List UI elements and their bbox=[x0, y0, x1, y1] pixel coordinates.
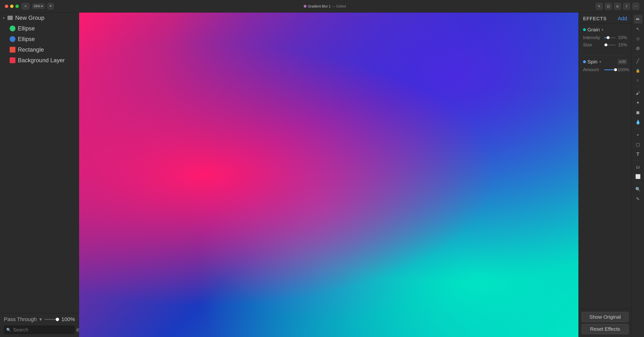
grain-status-icon bbox=[583, 28, 586, 31]
effects-add-button[interactable]: Add bbox=[618, 16, 627, 22]
grain-chevron-icon: ▾ bbox=[602, 28, 603, 32]
document-subtitle: — Edited bbox=[332, 4, 346, 8]
spin-edit-tag[interactable]: edit bbox=[618, 59, 627, 64]
amount-value: 100% bbox=[618, 67, 627, 72]
square-tool-button[interactable]: ▢ bbox=[634, 140, 642, 149]
size-label: Size bbox=[583, 42, 602, 48]
search-icon: 🔍 bbox=[6, 327, 11, 332]
gradient-icon bbox=[304, 5, 306, 8]
tool-sidebar: ✏ ↖ ◇ ⊘ ╱ 🔒 ○ 🖌 ✦ ◼ 💧 ▪ ▢ T 🗂 ⬜ 🔍 ✎ bbox=[632, 13, 644, 337]
frame-tool-button[interactable]: ⬜ bbox=[634, 172, 642, 181]
zoom-chevron-icon: ▾ bbox=[41, 4, 43, 8]
spin-label-row: Spin ▾ edit bbox=[583, 59, 627, 65]
amount-slider[interactable] bbox=[604, 70, 616, 70]
fullscreen-button[interactable] bbox=[16, 5, 19, 8]
intensity-label: Intensity bbox=[583, 35, 602, 40]
pen-icon[interactable]: ✎ bbox=[596, 3, 602, 10]
text-tool-button[interactable]: T bbox=[634, 150, 642, 158]
intensity-thumb bbox=[607, 36, 610, 39]
list-item[interactable]: Rectangle bbox=[0, 44, 79, 55]
tool-divider-3 bbox=[634, 128, 642, 129]
close-button[interactable] bbox=[5, 5, 8, 8]
list-item[interactable]: Ellipse bbox=[0, 23, 79, 34]
brush-tool-button[interactable]: 🖌 bbox=[634, 89, 642, 98]
effects-header: EFFECTS Add bbox=[579, 13, 632, 24]
zoom-label: 65% bbox=[34, 4, 40, 8]
document-title: Gradient Blur 1 bbox=[308, 4, 331, 8]
layer-group-name: New Group bbox=[15, 15, 44, 21]
titlebar-center: Gradient Blur 1 — Edited bbox=[304, 4, 346, 8]
grain-intensity-param: Intensity 33% bbox=[583, 35, 627, 40]
layers-toggle-button[interactable]: ≡ bbox=[22, 3, 30, 10]
grain-label-row: Grain ▾ bbox=[583, 27, 627, 33]
spin-chevron-icon: ▾ bbox=[600, 60, 601, 64]
spin-amount-param: Amount 100% bbox=[583, 67, 627, 72]
tool-divider-4 bbox=[634, 160, 642, 161]
eraser-tool-button[interactable]: ◼ bbox=[634, 108, 642, 117]
layer-name-bg: Background Layer bbox=[18, 57, 65, 64]
intensity-value: 33% bbox=[618, 35, 627, 40]
export-icon[interactable]: ⇧ bbox=[623, 3, 630, 10]
add-button[interactable]: + bbox=[48, 3, 54, 10]
ellipse-green-icon bbox=[10, 26, 16, 31]
effects-footer: Show Original Reset Effects bbox=[579, 309, 632, 337]
blend-mode-row: Pass Through ▾ 100% bbox=[4, 316, 75, 322]
circle-tool-button[interactable]: ○ bbox=[634, 76, 642, 85]
canvas-area[interactable] bbox=[79, 13, 578, 337]
blend-chevron-icon: ▾ bbox=[39, 316, 42, 322]
effects-title: EFFECTS bbox=[583, 16, 607, 22]
folder-icon bbox=[8, 16, 13, 20]
cursor-tool-button[interactable]: ↖ bbox=[634, 25, 642, 33]
list-item[interactable]: Background Layer bbox=[0, 55, 79, 66]
layer-name-rect: Rectangle bbox=[18, 46, 44, 53]
rect-red-icon bbox=[10, 47, 16, 53]
traffic-lights bbox=[5, 5, 19, 8]
stamp-tool-button[interactable]: 🗂 bbox=[634, 163, 642, 171]
grain-size-param: Size 15% bbox=[583, 42, 627, 48]
layers-list: ▾ New Group Ellipse Ellipse Rectangle bbox=[0, 13, 79, 313]
list-item[interactable]: Ellipse bbox=[0, 34, 79, 44]
bg-layer-icon bbox=[10, 57, 16, 63]
vector-tool-button[interactable]: ◇ bbox=[634, 34, 642, 43]
show-original-button[interactable]: Show Original bbox=[582, 312, 628, 322]
size-slider[interactable] bbox=[604, 45, 616, 45]
minimize-button[interactable] bbox=[10, 5, 14, 8]
size-thumb bbox=[604, 44, 607, 46]
dropper-tool-button[interactable]: 💧 bbox=[634, 118, 642, 126]
right-panel: EFFECTS Add Grain ▾ Intensity bbox=[578, 13, 632, 337]
opacity-slider[interactable] bbox=[44, 319, 59, 320]
layer-group-header[interactable]: ▾ New Group bbox=[0, 13, 79, 23]
search-row: 🔍 ⊕ bbox=[4, 325, 75, 334]
opacity-value: 100% bbox=[62, 316, 75, 322]
grain-section: Grain ▾ Intensity 33% Size bbox=[579, 27, 632, 53]
reset-effects-button[interactable]: Reset Effects bbox=[582, 324, 628, 334]
filter-icon[interactable]: ⊘ bbox=[614, 3, 621, 10]
tool-divider-1 bbox=[634, 55, 642, 55]
lock-tool-button[interactable]: 🔒 bbox=[634, 66, 642, 75]
grain-name: Grain bbox=[587, 27, 600, 33]
more-icon[interactable]: ⋯ bbox=[632, 3, 639, 10]
group-chevron-icon: ▾ bbox=[3, 16, 4, 20]
tool-divider-5 bbox=[634, 183, 642, 183]
amount-fill bbox=[604, 70, 616, 70]
search-input[interactable] bbox=[13, 327, 74, 333]
zoom-tool-button[interactable]: 🔍 bbox=[634, 185, 642, 194]
slash-icon[interactable]: ⊘ bbox=[634, 44, 642, 53]
canvas bbox=[79, 13, 578, 337]
crop-icon[interactable]: ⊡ bbox=[605, 3, 612, 10]
zoom-control[interactable]: 65% ▾ bbox=[32, 4, 44, 9]
gradient-canvas bbox=[79, 13, 578, 337]
line-tool-button[interactable]: ╱ bbox=[634, 57, 642, 65]
rect-tool-button[interactable]: ▪ bbox=[634, 131, 642, 139]
layer-name-ellipse2: Ellipse bbox=[18, 36, 35, 43]
intensity-slider[interactable] bbox=[604, 37, 616, 38]
pen-tool-button[interactable]: ✏ bbox=[634, 15, 642, 24]
layers-bottom: Pass Through ▾ 100% 🔍 ⊕ bbox=[0, 313, 79, 337]
adjust-tool-button[interactable]: ✎ bbox=[634, 195, 642, 203]
spin-section: Spin ▾ edit Amount 100% bbox=[579, 59, 632, 78]
star-tool-button[interactable]: ✦ bbox=[634, 98, 642, 107]
amount-label: Amount bbox=[583, 67, 602, 72]
effect-divider bbox=[583, 55, 627, 56]
spin-status-icon bbox=[583, 60, 586, 63]
blend-mode-label: Pass Through bbox=[4, 316, 37, 322]
